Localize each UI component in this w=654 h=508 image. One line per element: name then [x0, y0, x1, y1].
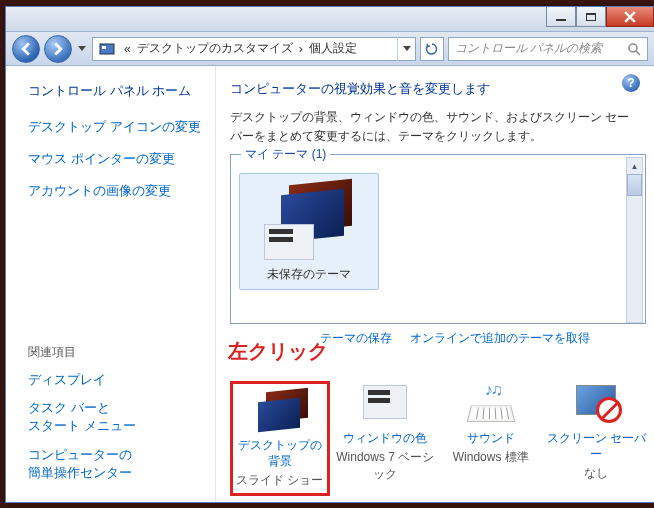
related-link-taskbar[interactable]: タスク バーと スタート メニュー	[28, 399, 205, 435]
main-panel: ? コンピューターの視覚効果と音を変更します デスクトップの背景、ウィンドウの色…	[216, 66, 654, 502]
themes-scrollbar[interactable]: ▲	[626, 157, 643, 323]
breadcrumb[interactable]: « デスクトップのカスタマイズ › 個人設定	[92, 37, 416, 61]
option-label: スクリーン セーバー	[547, 431, 647, 462]
related-link-display[interactable]: ディスプレイ	[28, 371, 205, 389]
explorer-window: « デスクトップのカスタマイズ › 個人設定 コントロール パネルの検索 コント…	[5, 6, 654, 503]
option-sub: Windows 7 ベーシック	[336, 449, 436, 483]
save-theme-link[interactable]: テーマの保存	[320, 330, 392, 347]
arrow-right-icon	[51, 42, 65, 56]
option-label: デスクトップの背景	[233, 438, 327, 469]
forward-button[interactable]	[44, 35, 72, 63]
page-heading: コンピューターの視覚効果と音を変更します	[230, 80, 646, 98]
breadcrumb-item-2[interactable]: 個人設定	[306, 40, 360, 57]
scroll-up-icon[interactable]: ▲	[627, 158, 642, 174]
sound-icon: ♪♫	[463, 381, 519, 425]
minimize-button[interactable]	[546, 7, 576, 27]
maximize-button[interactable]	[576, 7, 606, 27]
screen-saver-icon	[568, 381, 624, 425]
arrow-left-icon	[19, 42, 33, 56]
option-sub: Windows 標準	[441, 449, 541, 466]
search-input[interactable]: コントロール パネルの検索	[448, 37, 648, 61]
chevron-down-icon	[403, 46, 411, 51]
annotation-left-click: 左クリック	[228, 338, 328, 365]
close-icon	[624, 11, 636, 23]
theme-settings-row: デスクトップの背景 スライド ショー ウィンドウの色 Windows 7 ベーシ…	[230, 381, 646, 495]
option-sounds[interactable]: ♪♫ サウンド Windows 標準	[441, 381, 541, 466]
option-screen-saver[interactable]: スクリーン セーバー なし	[547, 381, 647, 481]
address-bar: « デスクトップのカスタマイズ › 個人設定 コントロール パネルの検索	[6, 32, 654, 66]
titlebar	[6, 7, 654, 32]
sidebar-link-account-picture[interactable]: アカウントの画像の変更	[28, 182, 205, 200]
breadcrumb-item-1[interactable]: デスクトップのカスタマイズ	[134, 40, 296, 57]
theme-item-unsaved[interactable]: 未保存のテーマ	[239, 173, 379, 290]
help-button[interactable]: ?	[622, 74, 640, 92]
my-themes-group: マイ テーマ (1) 未保存のテーマ ▲	[230, 154, 646, 324]
option-desktop-background[interactable]: デスクトップの背景 スライド ショー	[230, 381, 330, 495]
search-icon	[627, 42, 641, 56]
refresh-icon	[425, 42, 439, 56]
back-button[interactable]	[12, 35, 40, 63]
desktop-background-icon	[252, 388, 308, 432]
svg-rect-1	[102, 46, 106, 49]
breadcrumb-sep: ›	[296, 42, 306, 56]
related-items-header: 関連項目	[28, 344, 205, 361]
sidebar-link-mouse-pointers[interactable]: マウス ポインターの変更	[28, 150, 205, 168]
option-label: サウンド	[441, 431, 541, 447]
page-description: デスクトップの背景、ウィンドウの色、サウンド、およびスクリーン セーバーをまとめ…	[230, 108, 646, 146]
chevron-down-icon	[78, 46, 86, 51]
refresh-button[interactable]	[420, 37, 444, 61]
sidebar: コントロール パネル ホーム デスクトップ アイコンの変更 マウス ポインターの…	[6, 66, 216, 502]
option-sub: なし	[547, 465, 647, 482]
sidebar-link-desktop-icons[interactable]: デスクトップ アイコンの変更	[28, 118, 205, 136]
related-link-ease-of-access[interactable]: コンピューターの 簡単操作センター	[28, 446, 205, 482]
breadcrumb-dropdown[interactable]	[397, 37, 415, 61]
window-color-icon	[357, 381, 413, 425]
control-panel-home-link[interactable]: コントロール パネル ホーム	[28, 82, 205, 100]
theme-thumbnail-icon	[259, 180, 359, 260]
search-placeholder: コントロール パネルの検索	[455, 40, 602, 57]
nav-history-dropdown[interactable]	[76, 35, 88, 63]
scrollbar-thumb[interactable]	[627, 174, 642, 196]
theme-item-label: 未保存のテーマ	[246, 266, 372, 283]
personalization-icon	[97, 39, 117, 59]
get-online-themes-link[interactable]: オンラインで追加のテーマを取得	[410, 330, 590, 347]
close-button[interactable]	[606, 7, 654, 27]
option-window-color[interactable]: ウィンドウの色 Windows 7 ベーシック	[336, 381, 436, 483]
option-sub: スライド ショー	[233, 472, 327, 489]
breadcrumb-prefix: «	[121, 42, 134, 56]
svg-point-2	[629, 44, 637, 52]
option-label: ウィンドウの色	[336, 431, 436, 447]
my-themes-legend: マイ テーマ (1)	[241, 146, 330, 163]
